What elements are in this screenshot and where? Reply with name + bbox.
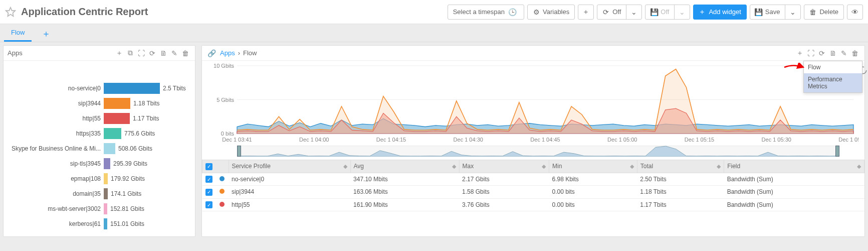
bar-row[interactable]: sip-tls|3945295.39 Gbits (9, 156, 190, 171)
flow-data-table: ✓ Service Profile◆ Avg◆ Max◆ Min◆ Total◆… (202, 160, 864, 211)
bar-row[interactable]: kerberos|61151.01 Gbits (9, 216, 190, 231)
panel-delete-icon[interactable]: 🗑 (180, 48, 191, 59)
row-checkbox[interactable]: ✓ (205, 176, 212, 183)
bar-label: ms-wbt-server|3002 (9, 205, 104, 212)
brush-handle-right[interactable] (835, 146, 839, 157)
autorefresh-caret[interactable]: ⌄ (674, 5, 690, 20)
bar-row[interactable]: http|551.17 Tbits (9, 111, 190, 126)
bar-label: domain|35 (9, 190, 104, 197)
bar-row[interactable]: no-service|02.5 Tbits (9, 81, 190, 96)
cell-avg: 347.10 Mbits (350, 173, 459, 186)
bar-value: 775.6 Gbits (124, 130, 155, 137)
bar-row[interactable]: ms-wbt-server|3002152.81 Gbits (9, 201, 190, 216)
series-color-dot (220, 202, 225, 207)
delete-button[interactable]: 🗑 Delete (804, 5, 844, 20)
col-avg[interactable]: Avg◆ (350, 160, 459, 173)
table-row[interactable]: ✓http|55161.90 Mbits3.76 Gbits0.00 bits1… (202, 198, 864, 211)
col-max[interactable]: Max◆ (459, 160, 549, 173)
row-checkbox[interactable]: ✓ (205, 201, 212, 208)
bar-row[interactable]: sip|39441.18 Tbits (9, 96, 190, 111)
autorefresh-button[interactable]: 💾 Off (645, 5, 675, 20)
panel-refresh-icon[interactable]: ⟳ (816, 48, 827, 59)
table-row[interactable]: ✓sip|3944163.06 Mbits1.58 Gbits0.00 bits… (202, 186, 864, 199)
bar-row[interactable]: Skype for Business Online & Mi...508.06 … (9, 141, 190, 156)
cell-avg: 161.90 Mbits (350, 198, 459, 211)
bar-fill (104, 98, 130, 109)
table-row[interactable]: ✓no-service|0347.10 Mbits2.17 Gbits6.98 … (202, 173, 864, 186)
menu-item-flow[interactable]: Flow (804, 61, 862, 73)
col-service-profile[interactable]: Service Profile◆ (229, 160, 350, 173)
delete-label: Delete (819, 8, 838, 16)
cell-min: 0.00 bits (549, 198, 637, 211)
header-checkbox[interactable]: ✓ (202, 160, 216, 173)
panel-flow: 🔗 Apps › Flow ＋ ⛶ ⟳ 🗎 ✎ 🗑 Flow Performan… (201, 45, 865, 237)
cell-max: 1.58 Gbits (459, 186, 549, 199)
refresh-toggle-button[interactable]: ⟳ Off (597, 5, 626, 20)
variables-icon: ⚙ (533, 9, 540, 16)
select-timespan-label: Select a timespan (453, 8, 505, 16)
panel-add-icon[interactable]: ＋ (114, 48, 125, 59)
breadcrumb: 🔗 Apps › Flow (206, 48, 257, 59)
panel-expand-icon[interactable]: ⛶ (805, 48, 816, 59)
cell-min: 0.00 bits (549, 186, 637, 199)
row-checkbox[interactable]: ✓ (205, 189, 212, 196)
panel-expand-icon[interactable]: ⛶ (136, 48, 147, 59)
preview-button[interactable]: 👁 (847, 5, 863, 20)
tab-add-button[interactable]: ＋ (38, 26, 55, 42)
svg-rect-17 (237, 146, 839, 157)
bar-label: http|55 (9, 115, 104, 122)
cell-avg: 163.06 Mbits (350, 186, 459, 199)
breadcrumb-root[interactable]: Apps (220, 49, 235, 57)
bar-row[interactable]: https|335775.6 Gbits (9, 126, 190, 141)
svg-text:0 bits: 0 bits (221, 131, 235, 137)
bar-fill (104, 113, 130, 124)
add-widget-label: Add widget (709, 8, 741, 16)
bar-row[interactable]: domain|35174.1 Gbits (9, 186, 190, 201)
plus-icon: ＋ (582, 9, 589, 16)
save-caret[interactable]: ⌄ (785, 5, 801, 20)
favorite-star-icon[interactable] (5, 7, 16, 18)
add-widget-button[interactable]: ＋ Add widget (693, 5, 746, 20)
page-title: Application Centric Report (21, 6, 148, 18)
bar-value: 1.17 Tbits (133, 115, 159, 122)
bar-fill (104, 83, 160, 94)
panel-edit-icon[interactable]: ✎ (838, 48, 849, 59)
panel-flow-header: 🔗 Apps › Flow ＋ ⛶ ⟳ 🗎 ✎ 🗑 (202, 46, 864, 61)
bar-value: 151.01 Gbits (110, 220, 144, 227)
bar-value: 295.39 Gbits (113, 160, 147, 167)
panel-edit-icon[interactable]: ✎ (169, 48, 180, 59)
svg-text:Dec 1 05:41: Dec 1 05:41 (838, 137, 858, 143)
tab-flow[interactable]: Flow (4, 25, 32, 42)
bar-row[interactable]: epmap|108179.92 Gbits (9, 171, 190, 186)
col-total[interactable]: Total◆ (637, 160, 724, 173)
col-min[interactable]: Min◆ (549, 160, 637, 173)
bar-label: epmap|108 (9, 175, 104, 182)
refresh-toggle-caret[interactable]: ⌄ (626, 5, 642, 20)
table-header-row: ✓ Service Profile◆ Avg◆ Max◆ Min◆ Total◆… (202, 160, 864, 173)
chevron-down-icon: ⌄ (789, 9, 796, 16)
panel-refresh-icon[interactable]: ⟳ (147, 48, 158, 59)
bar-fill (104, 158, 110, 169)
eye-icon: 👁 (851, 9, 858, 16)
panel-add-icon[interactable]: ＋ (794, 48, 805, 59)
select-timespan-button[interactable]: Select a timespan 🕒 (448, 5, 524, 20)
variables-button[interactable]: ⚙ Variables (527, 5, 575, 20)
brush-handle-left[interactable] (237, 146, 241, 157)
col-field[interactable]: Field◆ (724, 160, 864, 173)
svg-text:Dec 1 05:00: Dec 1 05:00 (607, 137, 637, 143)
bar-fill (104, 128, 121, 139)
add-variable-button[interactable]: ＋ (578, 5, 594, 20)
cell-field: Bandwidth (Sum) (724, 198, 864, 211)
flow-area-chart[interactable]: 10 Gbits5 Gbits0 bitsDec 1 03:41Dec 1 04… (202, 61, 864, 144)
panel-export-icon[interactable]: 🗎 (827, 48, 838, 59)
menu-item-performance-metrics[interactable]: Performance Metrics (804, 73, 862, 92)
time-range-brush[interactable] (237, 146, 839, 157)
bar-value: 179.92 Gbits (111, 175, 145, 182)
chevron-down-icon: ⌄ (679, 9, 686, 16)
cell-total: 1.18 Tbits (637, 186, 724, 199)
panel-copy-icon[interactable]: ⧉ (125, 48, 136, 59)
panel-export-icon[interactable]: 🗎 (158, 48, 169, 59)
save-button[interactable]: 💾 Save (750, 5, 786, 20)
panel-delete-icon[interactable]: 🗑 (849, 48, 860, 59)
chevron-down-icon: ⌄ (630, 9, 637, 16)
